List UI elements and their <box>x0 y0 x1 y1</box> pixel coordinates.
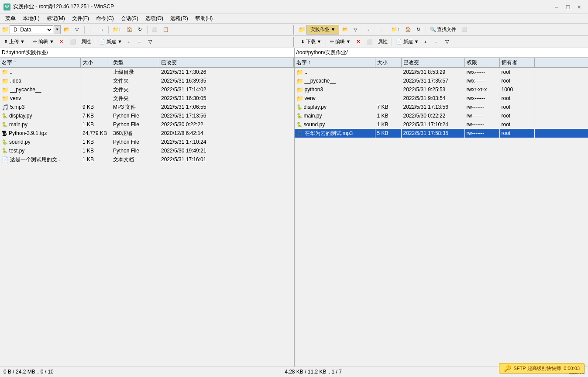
left-plus-btn[interactable]: + <box>125 37 135 47</box>
right-minus-btn[interactable]: − <box>433 37 442 47</box>
left-refresh-btn[interactable]: ↻ <box>136 25 145 35</box>
file-name: 🐍test.py <box>0 146 81 155</box>
right-parent-btn[interactable]: 📁↑ <box>389 25 402 35</box>
table-row[interactable]: 🎵5.mp3 9 KB MP3 文件 2022/5/31 17:06:55 <box>0 103 294 111</box>
file-name: 📄这是一个测试用的文... <box>0 155 81 164</box>
left-copy-btn[interactable]: ⬜ <box>68 37 78 47</box>
table-row[interactable]: 🐍main.py 1 KB 2022/5/30 0:22:22 rw------… <box>295 111 588 120</box>
left-file-list[interactable]: 名字 ↑ 大小 类型 已改变 📁.. 上级目录 2022/5/31 17:30:… <box>0 58 294 367</box>
right-prop-btn[interactable]: 属性 <box>376 37 390 47</box>
download-btn[interactable]: ⬇ 下载 ▼ <box>299 37 324 47</box>
table-row[interactable]: 🐍display.py 7 KB 2022/5/31 17:13:56 rw--… <box>295 103 588 111</box>
right-plus-btn[interactable]: + <box>422 37 432 47</box>
left-drive-combo[interactable]: D: Data ▼ <box>10 25 61 34</box>
right-filter-btn[interactable]: ▽ <box>351 25 361 35</box>
app-icon: W <box>3 3 10 10</box>
file-size: 1 KB <box>81 120 111 129</box>
table-row[interactable]: 📁.idea 文件夹 2022/5/31 16:39:35 <box>0 76 294 85</box>
left-col-name[interactable]: 名字 ↑ <box>0 58 81 67</box>
right-delete-btn[interactable]: ✕ <box>354 37 364 47</box>
right-col-name[interactable]: 名字 ↑ <box>295 58 375 67</box>
right-col-perm[interactable]: 权限 <box>465 58 500 67</box>
minimize-button[interactable]: − <box>551 3 562 11</box>
file-owner: root <box>500 103 535 111</box>
menu-local[interactable]: 本地(L) <box>19 14 43 23</box>
maximize-button[interactable]: □ <box>563 3 573 11</box>
right-col-modified[interactable]: 已改变 <box>402 58 465 67</box>
right-refresh-btn[interactable]: ↻ <box>414 25 424 35</box>
right-filter2-btn[interactable]: ▽ <box>443 37 453 47</box>
table-row[interactable]: 🐍test.py 1 KB Python File 2022/5/30 19:4… <box>0 146 294 155</box>
right-breadcrumb-btn[interactable]: 实践作业 ▼ <box>306 25 340 35</box>
file-name: 🐍sound.py <box>295 120 375 129</box>
right-forward-btn[interactable]: → <box>375 25 385 35</box>
file-modified: 2022/5/31 9:25:53 <box>402 85 465 94</box>
right-col-owner[interactable]: 拥有者 <box>500 58 535 67</box>
table-row[interactable]: 📁.. 上级目录 2022/5/31 17:30:26 <box>0 68 294 76</box>
left-new-btn[interactable]: 📄 新建 ▼ <box>97 37 124 47</box>
menu-help[interactable]: 帮助(H) <box>192 14 217 23</box>
right-panel: 名字 ↑ 大小 已改变 权限 拥有者 📁.. 2022/5/31 8:53:29… <box>295 58 588 367</box>
menu-command[interactable]: 命令(C) <box>93 14 117 23</box>
right-root-btn[interactable]: 🏠 <box>403 25 413 35</box>
left-extra-btn[interactable]: 📋 <box>161 25 171 35</box>
left-col-size[interactable]: 大小 <box>81 58 111 67</box>
left-more-btn[interactable]: ⬜ <box>149 25 160 35</box>
table-row[interactable]: 📁python3 2022/5/31 9:25:53 rwxr-xr-x 100… <box>295 85 588 94</box>
left-parent-btn[interactable]: 📁↑ <box>110 25 124 35</box>
sftp-badge: 🔑 SFTP-超高级别快快师 0:00:03 <box>499 363 585 374</box>
close-button[interactable]: × <box>574 3 585 11</box>
left-filter2-btn[interactable]: ▽ <box>146 37 156 47</box>
table-row[interactable]: 🐍sound.py 1 KB Python File 2022/5/31 17:… <box>0 138 294 146</box>
menu-mark[interactable]: 标记(M) <box>43 14 69 23</box>
table-row[interactable]: 🐍display.py 7 KB Python File 2022/5/31 1… <box>0 111 294 120</box>
left-drive-select[interactable]: D: Data <box>10 25 53 34</box>
file-modified: 2022/5/31 17:10:24 <box>159 138 294 146</box>
left-root-btn[interactable]: 🏠 <box>124 25 135 35</box>
table-row[interactable]: 🐍sound.py 1 KB 2022/5/31 17:10:24 rw----… <box>295 120 588 129</box>
right-back-btn[interactable]: ← <box>365 25 375 35</box>
left-drive-arrow[interactable]: ▼ <box>54 25 61 34</box>
table-row[interactable]: 🐍main.py 1 KB Python File 2022/5/30 0:22… <box>0 120 294 129</box>
right-find-btn[interactable]: 🔍 查找文件 <box>428 25 458 35</box>
right-col-size[interactable]: 大小 <box>375 58 402 67</box>
left-minus-btn[interactable]: − <box>136 37 145 47</box>
table-row[interactable]: 🗜Python-3.9.1.tgz 24,779 KB 360压缩 2020/1… <box>0 129 294 138</box>
right-more-btn[interactable]: ⬜ <box>459 25 470 35</box>
panels-row: 名字 ↑ 大小 类型 已改变 📁.. 上级目录 2022/5/31 17:30:… <box>0 58 588 367</box>
left-delete-btn[interactable]: ✕ <box>57 37 67 47</box>
menu-session[interactable]: 会话(S) <box>117 14 142 23</box>
menu-file[interactable]: 文件(F) <box>69 14 93 23</box>
left-col-type[interactable]: 类型 <box>111 58 159 67</box>
table-row[interactable]: 📁.. 2022/5/31 8:53:29 rwx------ root <box>295 68 588 76</box>
upload-btn[interactable]: ⬆ 上传 ▼ <box>2 37 27 47</box>
left-filter-btn[interactable]: ▽ <box>73 25 83 35</box>
left-forward-btn[interactable]: → <box>97 25 107 35</box>
left-folder-btn[interactable]: 📂 <box>62 25 72 35</box>
right-new-btn[interactable]: 📄 新建 ▼ <box>394 37 421 47</box>
file-owner: root <box>500 129 535 138</box>
py-icon: 🐍 <box>2 113 8 119</box>
file-modified: 2022/5/30 0:22:22 <box>402 111 465 120</box>
left-prop-btn[interactable]: 属性 <box>79 37 93 47</box>
file-type: 上级目录 <box>111 68 159 76</box>
table-row[interactable]: 📁__pycache__ 文件夹 2022/5/31 17:14:02 <box>0 85 294 94</box>
table-row[interactable]: 📄这是一个测试用的文... 1 KB 文本文档 2022/5/31 17:16:… <box>0 155 294 164</box>
left-back-btn[interactable]: ← <box>86 25 96 35</box>
table-row[interactable]: 🎵在华为云的测试.mp3 5 KB 2022/5/31 17:58:35 rw-… <box>295 129 588 138</box>
left-col-modified[interactable]: 已改变 <box>159 58 294 67</box>
file-perm: rw------- <box>465 129 500 138</box>
table-row[interactable]: 📁__pycache__ 2022/5/31 17:35:57 rwx-----… <box>295 76 588 85</box>
left-edit-btn[interactable]: ✏ 编辑 ▼ <box>31 37 56 47</box>
table-row[interactable]: 📁venv 2022/5/31 9:03:54 rwx------ root <box>295 94 588 103</box>
file-name: 🐍main.py <box>295 111 375 120</box>
table-row[interactable]: 📁venv 文件夹 2022/5/31 16:30:05 <box>0 94 294 103</box>
right-edit-btn[interactable]: ✏ 编辑 ▼ <box>328 37 353 47</box>
menu-remote[interactable]: 远程(R) <box>167 14 192 23</box>
right-copy-btn[interactable]: ⬜ <box>364 37 375 47</box>
menu-options[interactable]: 选项(O) <box>142 14 167 23</box>
right-folder-btn[interactable]: 📂 <box>340 25 351 35</box>
menu-cdan[interactable]: 菜单 <box>2 14 19 23</box>
left-panel: 名字 ↑ 大小 类型 已改变 📁.. 上级目录 2022/5/31 17:30:… <box>0 58 295 367</box>
right-file-list[interactable]: 名字 ↑ 大小 已改变 权限 拥有者 📁.. 2022/5/31 8:53:29… <box>295 58 588 367</box>
